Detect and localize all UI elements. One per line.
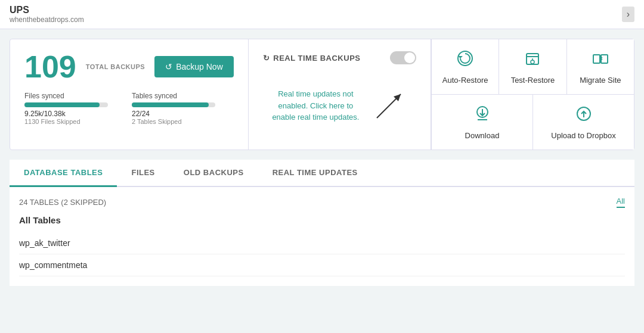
svg-rect-6 (593, 55, 600, 63)
realtime-body: Real time updates not enabled. Click her… (263, 74, 416, 138)
realtime-clock-icon: ↻ (263, 54, 270, 63)
top-actions-row: Auto-Restore Test-Restore (431, 39, 634, 95)
files-progress-fill (24, 102, 100, 107)
migrate-site-label: Migrate Site (580, 76, 621, 85)
tab-database-tables[interactable]: DATABASE TABLES (10, 160, 117, 187)
table-row: wp_commentmeta (19, 254, 625, 276)
auto-restore-icon (456, 49, 475, 72)
test-restore-icon (523, 49, 542, 72)
tables-skipped: 2 Tables Skipped (132, 118, 215, 125)
files-stat: 9.25k/10.38k (24, 110, 108, 118)
tables-progress-bg (132, 102, 215, 107)
main-content: 109 TOTAL BACKUPS ↺ Backup Now Files syn… (0, 29, 644, 295)
download-icon (473, 104, 492, 127)
realtime-title: ↻ REAL TIME BACKUPS (263, 54, 361, 63)
tabs-container: DATABASE TABLES FILES OLD BACKUPS REAL T… (10, 160, 634, 187)
realtime-header: ↻ REAL TIME BACKUPS (263, 51, 416, 64)
realtime-panel: ↻ REAL TIME BACKUPS Real time updates no… (249, 39, 431, 150)
table-row: wp_ak_twitter (19, 232, 625, 254)
header-title: UPS (10, 5, 84, 15)
migrate-site-button[interactable]: Migrate Site (566, 39, 634, 94)
download-label: Download (465, 131, 500, 140)
files-progress-bg (24, 102, 108, 107)
sync-info: Files synced 9.25k/10.38k 1130 Files Ski… (24, 92, 234, 125)
test-restore-button[interactable]: Test-Restore (499, 39, 566, 94)
tables-count: 24 TABLES (2 SKIPPED) (19, 198, 106, 207)
files-skipped: 1130 Files Skipped (24, 118, 108, 125)
tables-header: 24 TABLES (2 SKIPPED) All (19, 197, 625, 208)
total-backups-panel: 109 TOTAL BACKUPS ↺ Backup Now Files syn… (10, 39, 249, 150)
tables-progress-fill (132, 102, 209, 107)
bottom-actions-row: Download Upload to Dropbox (431, 95, 634, 150)
all-tables-title: All Tables (19, 215, 625, 225)
all-filter[interactable]: All (617, 197, 625, 208)
realtime-toggle[interactable] (390, 51, 416, 64)
files-synced-label: Files synced (24, 92, 108, 100)
test-restore-label: Test-Restore (511, 76, 555, 85)
upload-dropbox-label: Upload to Dropbox (551, 131, 615, 140)
actions-panel: Auto-Restore Test-Restore (431, 39, 634, 150)
upload-dropbox-icon (574, 104, 593, 127)
backup-icon: ↺ (165, 62, 172, 71)
auto-restore-button[interactable]: Auto-Restore (431, 39, 499, 94)
header-url: whenthebeatdrops.com (10, 15, 84, 24)
arrow-icon (371, 88, 407, 124)
files-synced-block: Files synced 9.25k/10.38k 1130 Files Ski… (24, 92, 108, 125)
tab-real-time-updates[interactable]: REAL TIME UPDATES (258, 160, 372, 187)
tab-old-backups[interactable]: OLD BACKUPS (169, 160, 258, 187)
svg-point-5 (531, 60, 534, 64)
upload-dropbox-button[interactable]: Upload to Dropbox (532, 95, 634, 150)
auto-restore-label: Auto-Restore (442, 76, 488, 85)
tables-content: 24 TABLES (2 SKIPPED) All All Tables wp_… (10, 187, 634, 286)
toggle-knob (404, 52, 415, 63)
tables-stat: 22/24 (132, 110, 215, 118)
header-bar: UPS whenthebeatdrops.com › (0, 0, 644, 29)
svg-marker-3 (458, 56, 463, 58)
tables-synced-block: Tables synced 22/24 2 Tables Skipped (132, 92, 215, 125)
total-backups-number: 109 (24, 51, 76, 82)
backup-now-button[interactable]: ↺ Backup Now (154, 56, 234, 77)
backup-now-label: Backup Now (176, 62, 223, 71)
migrate-site-icon (591, 49, 610, 72)
tab-files[interactable]: FILES (117, 160, 169, 187)
download-button[interactable]: Download (431, 95, 532, 150)
total-backups-label: TOTAL BACKUPS (86, 63, 145, 70)
collapse-button[interactable]: › (622, 7, 634, 22)
stats-row: 109 TOTAL BACKUPS ↺ Backup Now Files syn… (10, 39, 634, 150)
tables-synced-label: Tables synced (132, 92, 215, 100)
realtime-message[interactable]: Real time updates not enabled. Click her… (272, 88, 359, 123)
